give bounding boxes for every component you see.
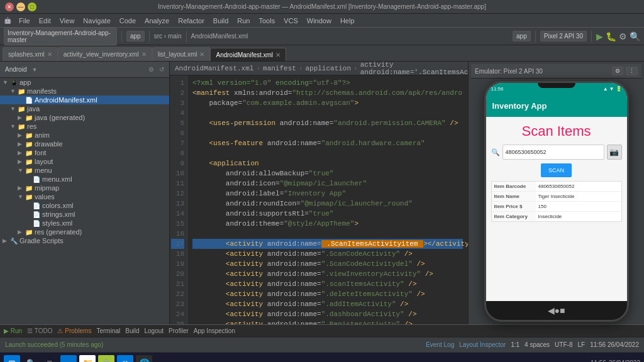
tree-item-layout[interactable]: ▶ 📁 layout: [0, 157, 169, 166]
scan-camera-button[interactable]: 📷: [607, 145, 622, 160]
menu-tools[interactable]: Tools: [255, 16, 279, 26]
tree-item-colors[interactable]: 📄 colors.xml: [0, 201, 169, 210]
tree-item-app[interactable]: ▼ 📱 app: [0, 78, 169, 87]
project-selector[interactable]: Inventory-Management-Android-app-master: [4, 28, 117, 45]
folder-icon-font: 📁: [25, 150, 33, 156]
menu-analyze[interactable]: Analyze: [141, 16, 173, 26]
code-line-7: <uses-feature android:name="android.hard…: [192, 138, 463, 148]
tree-item-androidmanifest[interactable]: 📄 AndroidManifest.xml: [0, 96, 169, 104]
main-content: Android ▼ ⚙ ↺ ▼ 📱 app ▼ 📁 manifests 📄 An…: [0, 62, 644, 324]
event-log-link[interactable]: Event Log: [426, 341, 454, 348]
project-expand-icon[interactable]: ▼: [31, 67, 37, 73]
tree-item-java-gen[interactable]: ▶ 📁 java (generated): [0, 113, 169, 122]
emu-more-btn[interactable]: ⋮: [626, 67, 638, 75]
breadcrumb-part-3: application: [305, 65, 351, 72]
tab-android-manifest[interactable]: AndroidManifest.xml ✕: [210, 48, 286, 62]
file-explorer-taskbar-icon[interactable]: 📁: [79, 355, 96, 363]
menu-code[interactable]: Code: [116, 16, 140, 26]
tab-activity-view[interactable]: activity_view_inventory.xml ✕: [58, 47, 152, 61]
tree-item-values[interactable]: ▼ 📁 values: [0, 192, 169, 201]
minimize-button[interactable]: —: [16, 3, 25, 11]
folder-icon-manifests: 📁: [18, 88, 25, 95]
debug-button[interactable]: 🐛: [606, 31, 616, 41]
tray-time: 11:56: [591, 359, 606, 362]
folder-icon-anim: 📁: [25, 132, 33, 139]
menu-refactor[interactable]: Refactor: [174, 16, 208, 26]
menu-view[interactable]: View: [56, 16, 79, 26]
tree-item-menu[interactable]: ▼ 📁 menu: [0, 166, 169, 175]
tree-item-strings[interactable]: 📄 strings.xml: [0, 210, 169, 219]
profiler-button[interactable]: Profiler: [169, 327, 189, 334]
tab-activity-view-close[interactable]: ✕: [142, 51, 147, 58]
device-selector[interactable]: Pixel 2 API 30: [540, 31, 587, 41]
scan-input-field[interactable]: 4806530650052: [502, 145, 604, 160]
tree-item-anim[interactable]: ▶ 📁 anim: [0, 131, 169, 140]
run-tool-button[interactable]: ▶ Run: [4, 327, 22, 334]
menu-navigate[interactable]: Navigate: [79, 16, 114, 26]
todo-button[interactable]: ☰ TODO: [27, 327, 52, 334]
build-button[interactable]: Build: [125, 327, 139, 334]
tab-splashes-close[interactable]: ✕: [47, 51, 52, 58]
tree-item-res[interactable]: ▼ 📁 res: [0, 122, 169, 131]
menu-help[interactable]: Help: [336, 16, 358, 26]
chrome-taskbar-icon[interactable]: 🌐: [136, 355, 152, 363]
menu-vcs[interactable]: VCS: [280, 16, 302, 26]
tab-list-layout-close[interactable]: ✕: [199, 51, 204, 58]
start-button[interactable]: ⊞: [4, 355, 20, 363]
run-config-selector[interactable]: app: [513, 31, 531, 41]
maximize-button[interactable]: □: [28, 3, 36, 11]
nav-recents-button[interactable]: ■: [560, 305, 565, 315]
folder-icon-java: 📁: [18, 106, 25, 112]
file-tabs: splashes.xml ✕ activity_view_inventory.x…: [0, 45, 644, 62]
folder-icon-values: 📁: [25, 194, 33, 200]
toolbar-sep-3: [186, 31, 187, 42]
menu-edit[interactable]: Edit: [35, 16, 55, 26]
folder-icon-res-gen: 📁: [25, 229, 33, 236]
tree-item-font[interactable]: ▶ 📁 font: [0, 148, 169, 157]
tree-item-styles[interactable]: 📄 styles.xml: [0, 219, 169, 228]
logout-button[interactable]: Logout: [145, 327, 164, 334]
menu-window[interactable]: Window: [303, 16, 335, 26]
code-editor[interactable]: AndroidManifest.xml › manifest › applica…: [170, 62, 468, 324]
scan-submit-button[interactable]: SCAN: [541, 163, 572, 177]
tab-android-manifest-close[interactable]: ✕: [275, 52, 280, 58]
menu-build[interactable]: Build: [209, 16, 232, 26]
settings-button[interactable]: ⚙: [619, 31, 627, 41]
module-selector[interactable]: app: [126, 31, 145, 41]
tree-item-res-gen[interactable]: ▶ 📁 res (generated): [0, 228, 169, 236]
layout-inspector-link[interactable]: Layout Inspector: [459, 341, 506, 348]
breadcrumb-bar: AndroidManifest.xml › manifest › applica…: [170, 62, 468, 75]
vscode-taskbar-icon[interactable]: ≺≻: [117, 355, 133, 363]
edge-taskbar-icon[interactable]: e: [60, 355, 77, 363]
tree-item-gradle[interactable]: ▶ 🔧 Gradle Scripts: [0, 236, 169, 245]
tree-item-mipmap[interactable]: ▶ 📁 mipmap: [0, 184, 169, 192]
tab-list-layout[interactable]: list_layout.xml ✕: [152, 47, 211, 61]
close-button[interactable]: ✕: [5, 3, 14, 11]
code-line-1: <?xml version="1.0" encoding="utf-8"?>: [192, 78, 463, 88]
problems-button[interactable]: ⚠ Problems: [57, 327, 91, 334]
toolbar-sep-5: [591, 31, 592, 42]
tree-item-drawable[interactable]: ▶ 📁 drawable: [0, 140, 169, 148]
emu-settings-btn[interactable]: ⚙: [612, 67, 623, 75]
task-view-button[interactable]: ⧉: [42, 355, 58, 363]
tree-item-manifests[interactable]: ▼ 📁 manifests: [0, 87, 169, 96]
inspection-button[interactable]: App Inspection: [194, 327, 235, 334]
nav-back-button[interactable]: ◀: [548, 305, 555, 315]
scan-submit-label: SCAN: [548, 167, 564, 173]
search-button[interactable]: 🔍: [630, 31, 640, 41]
tree-item-java[interactable]: ▼ 📁 java: [0, 104, 169, 113]
tab-splashes[interactable]: splashes.xml ✕: [3, 47, 58, 61]
nav-home-button[interactable]: ●: [555, 305, 560, 315]
terminal-button[interactable]: Terminal: [96, 327, 120, 334]
sidebar-gear-icon[interactable]: ⚙: [148, 66, 154, 73]
menu-run[interactable]: Run: [233, 16, 253, 26]
android-studio-taskbar-icon[interactable]: 🤖: [98, 355, 114, 363]
line-col-display: 1:1: [511, 341, 519, 348]
sidebar-sync-icon[interactable]: ↺: [159, 66, 164, 73]
tree-item-menu-xml[interactable]: 📄 menu.xml: [0, 175, 169, 184]
menu-file[interactable]: File: [15, 16, 34, 26]
window-controls[interactable]: ✕ — □: [5, 3, 36, 11]
code-area[interactable]: <?xml version="1.0" encoding="utf-8"?> <…: [187, 75, 468, 324]
run-button[interactable]: ▶: [596, 31, 603, 41]
search-taskbar-button[interactable]: 🔍: [23, 355, 39, 363]
